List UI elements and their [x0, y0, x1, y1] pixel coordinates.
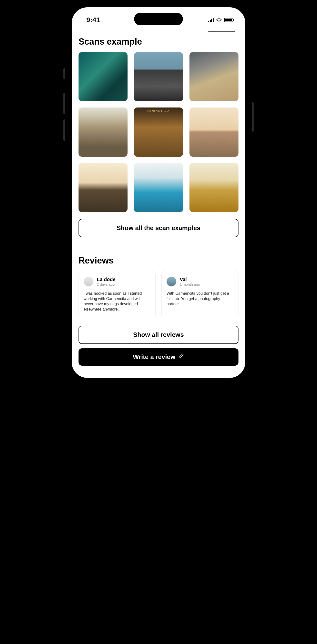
device-frame: 9:41 Scans ex [64, 0, 252, 385]
review-body: I was hooked as soon as I started workin… [84, 291, 150, 312]
scan-thumbnail[interactable] [134, 108, 183, 156]
show-all-reviews-button[interactable]: Show all reviews [78, 326, 238, 344]
power-button [252, 102, 254, 132]
side-button [64, 68, 65, 79]
review-time: 2 days ago [97, 282, 116, 286]
wifi-icon [216, 18, 222, 22]
dynamic-island [134, 13, 183, 25]
scan-thumbnail[interactable] [78, 163, 128, 212]
review-body: With Carmencita you don't just get a fil… [166, 291, 233, 307]
volume-down-button [64, 120, 65, 141]
scan-thumbnail[interactable] [78, 108, 128, 156]
screen: 9:41 Scans ex [72, 7, 245, 378]
write-review-button[interactable]: Write a review [78, 348, 238, 366]
review-author: Val [180, 277, 200, 282]
status-icons [208, 18, 233, 22]
scan-thumbnail[interactable] [134, 163, 183, 212]
battery-icon [224, 18, 233, 22]
scan-thumbnail[interactable] [190, 163, 238, 212]
avatar [84, 277, 94, 286]
scan-thumbnail[interactable] [190, 52, 238, 101]
scan-thumbnail[interactable] [190, 108, 238, 156]
status-time: 9:41 [86, 16, 100, 24]
status-underline [208, 31, 235, 32]
avatar [166, 277, 176, 286]
scan-thumbnail[interactable] [78, 52, 128, 101]
review-card[interactable]: Val 1 month ago With Carmencita you don'… [162, 271, 238, 318]
scan-thumbnail[interactable] [134, 52, 183, 101]
cellular-icon [208, 18, 214, 22]
scans-grid [78, 52, 238, 212]
reviews-title: Reviews [78, 256, 238, 266]
reviews-row[interactable]: La dode 2 days ago I was hooked as soon … [78, 271, 238, 318]
scans-title: Scans example [78, 36, 238, 47]
write-review-label: Write a review [133, 353, 175, 361]
review-card[interactable]: La dode 2 days ago I was hooked as soon … [78, 271, 156, 318]
volume-up-button [64, 93, 65, 114]
show-all-scans-button[interactable]: Show all the scan examples [78, 219, 238, 237]
edit-icon [178, 353, 184, 361]
review-author: La dode [97, 277, 116, 282]
review-time: 1 month ago [180, 282, 200, 286]
section-divider [78, 247, 238, 247]
